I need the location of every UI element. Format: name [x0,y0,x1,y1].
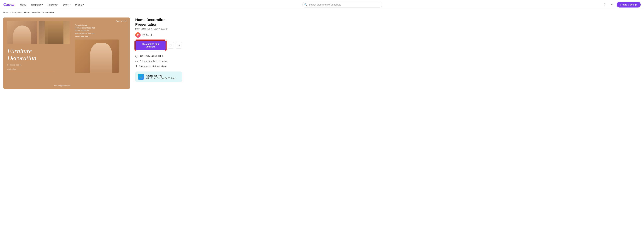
search-icon: 🔍 [304,3,307,6]
nav-learn[interactable]: Learn ▾ [61,2,72,7]
nav-templates[interactable]: Templates ▾ [29,2,45,7]
favorite-button[interactable]: ☆ [168,42,174,48]
resize-icon: ⊞ [138,74,144,80]
nav-home-label: Home [20,3,26,6]
slide-subtitle: Furniture Design Collection [7,64,70,70]
feature-list: ◯ 100% fully customizable ▭ Edit and dow… [135,53,182,69]
slide-left-panel: Furniture Decoration Furniture Design Co… [3,18,73,89]
customizable-icon: ◯ [135,54,138,58]
search-input[interactable] [302,2,382,8]
slide-title-area: Furniture Decoration Furniture Design Co… [7,48,70,70]
edit-icon: ▭ [135,60,138,63]
main-content: Furniture Decoration Furniture Design Co… [0,16,644,92]
slide-image-2 [39,21,70,44]
nav-learn-label: Learn [63,3,69,6]
share-label: Share and publish anywhere [139,65,166,68]
slide-page-number: Page 05/10 [75,20,126,22]
nav-right-actions: ? ⚙ Create a design [602,2,641,8]
nav-home[interactable]: Home [18,2,28,7]
resize-banner[interactable]: ⊞ Resize for free With Canva Pro, free f… [135,72,182,82]
breadcrumb: Home › Templates › Home Decoration Prese… [0,9,644,16]
settings-icon: ⚙ [611,3,613,6]
action-row: Customize this template ☆ ··· [135,40,182,50]
search-bar: 🔍 [302,2,382,8]
author-row: O By Ongshy [135,32,182,38]
customizable-label: 100% fully customizable [140,55,163,57]
learn-chevron-icon: ▾ [70,4,70,6]
slide-main-title: Furniture Decoration [7,48,70,61]
settings-button[interactable]: ⚙ [609,2,615,8]
star-icon: ☆ [170,44,172,47]
more-icon: ··· [178,44,180,47]
slide-image-1 [7,21,37,44]
nav-templates-label: Templates [31,3,42,6]
slide-description: Presentation arecommunication tools that… [75,24,126,38]
customize-button[interactable]: Customize this template [135,40,166,50]
slide-divider [7,72,54,72]
preview-area: Furniture Decoration Furniture Design Co… [3,18,130,89]
nav-features-label: Features [48,3,57,6]
logo[interactable]: Canva [3,2,14,7]
templates-chevron-icon: ▾ [42,4,43,6]
feature-item-edit: ▭ Edit and download on the go [135,58,182,64]
breadcrumb-current: Home Decoration Presentation [24,11,54,14]
author-by: By [142,34,144,36]
slide-right-panel: Page 05/10 Presentation arecommunication… [73,18,130,89]
nav-pricing[interactable]: Pricing ▾ [74,2,86,7]
nav-pricing-label: Pricing [75,3,82,6]
share-icon: ⬆ [135,65,138,68]
help-icon: ? [604,3,606,6]
feature-item-customizable: ◯ 100% fully customizable [135,53,182,58]
feature-item-share: ⬆ Share and publish anywhere [135,64,182,69]
breadcrumb-sep-1: › [10,12,11,14]
edit-label: Edit and download on the go [140,60,167,62]
breadcrumb-templates[interactable]: Templates [12,11,22,14]
resize-title: Resize for free [146,74,176,77]
features-chevron-icon: ▾ [58,4,58,6]
resize-text: Resize for free With Canva Pro, free for… [146,74,176,79]
template-title: Home DecorationPresentation [135,18,182,27]
nav-features[interactable]: Features ▾ [46,2,60,7]
create-design-button[interactable]: Create a design [617,2,641,8]
breadcrumb-home[interactable]: Home [3,11,9,14]
info-panel: Home DecorationPresentation Presentation… [135,18,182,89]
template-preview: Furniture Decoration Furniture Design Co… [3,18,130,89]
author-name: Ongshy [146,34,154,36]
navbar: Canva Home Templates ▾ Features ▾ Learn … [0,0,644,9]
template-meta: Presentation (16:9) • 1920 × 1080 px [135,28,182,30]
slide-image-bottom [75,40,119,73]
more-options-button[interactable]: ··· [176,42,182,48]
slide-background: Furniture Decoration Furniture Design Co… [3,18,130,89]
resize-symbol: ⊞ [140,75,142,79]
slide-top-images [7,21,70,44]
slide-website: www.reallygreatsite.com [54,85,70,86]
breadcrumb-sep-2: › [23,12,23,14]
author-avatar: O [135,32,140,38]
help-button[interactable]: ? [602,2,608,8]
resize-subtitle: With Canva Pro, free for 30 days › [146,77,176,79]
pricing-chevron-icon: ▾ [83,4,84,6]
